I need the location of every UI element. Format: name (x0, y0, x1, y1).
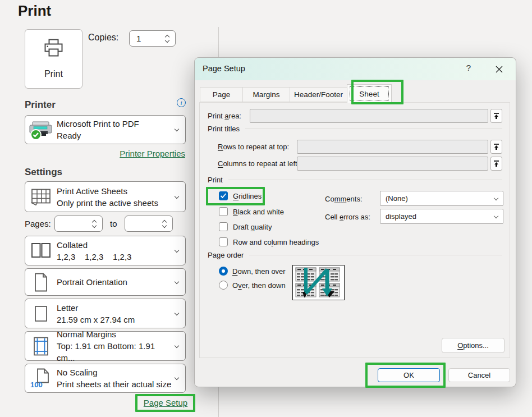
ok-button[interactable]: OK (378, 368, 440, 382)
over-then-down-radio[interactable]: Over, then down (219, 281, 286, 290)
print-what-subtitle: Only print the active sheets (57, 197, 175, 209)
checkbox-icon[interactable] (219, 237, 228, 246)
chevron-down-icon (494, 195, 498, 200)
printer-name: Microsoft Print to PDF (57, 118, 175, 130)
copies-label: Copies: (88, 33, 118, 43)
print-area-input[interactable] (250, 109, 488, 123)
black-and-white-label: Black and white (233, 208, 284, 216)
printer-properties-link[interactable]: Printer Properties (90, 149, 185, 158)
draft-quality-checkbox[interactable]: Draft quality (219, 222, 272, 231)
chevron-down-icon (494, 213, 498, 218)
tab-header-footer[interactable]: Header/Footer (290, 87, 347, 102)
comments-select[interactable]: (None) (380, 191, 503, 206)
page-title: Print (18, 2, 51, 20)
chevron-down-icon (175, 343, 179, 347)
printer-select[interactable]: Microsoft Print to PDF Ready (25, 115, 186, 144)
checkbox-icon[interactable] (219, 222, 228, 231)
print-titles-group: Print titles (208, 124, 502, 133)
spinner-down-icon[interactable] (165, 38, 169, 42)
comments-label: Comments: (325, 195, 363, 203)
draft-quality-label: Draft quality (233, 223, 272, 231)
down-then-over-radio[interactable]: Down, then over (219, 267, 286, 276)
rows-repeat-input[interactable] (297, 140, 488, 154)
close-icon[interactable] (492, 63, 506, 75)
over-then-down-label: Over, then down (232, 281, 286, 290)
spinner-down-icon[interactable] (162, 223, 167, 227)
row-column-headings-checkbox[interactable]: Row and column headings (219, 237, 319, 246)
paper-size-select[interactable]: Letter 21.59 cm x 27.94 cm (25, 299, 186, 328)
radio-icon[interactable] (219, 281, 228, 290)
print-area-label: Print area: (208, 112, 241, 120)
group-separator (249, 255, 502, 255)
margins-select[interactable]: Normal Margins Top: 1.91 cm Bottom: 1.91… (25, 331, 186, 361)
sheet-tab-panel: Print area: Print titles Rows to repeat … (199, 102, 510, 358)
group-separator (245, 129, 502, 129)
black-and-white-checkbox[interactable]: Black and white (219, 207, 284, 216)
chevron-down-icon (175, 248, 179, 252)
svg-text:100: 100 (30, 381, 43, 388)
columns-repeat-input[interactable] (297, 157, 488, 171)
printer-outline-icon (43, 39, 65, 61)
radio-selected-icon[interactable] (219, 267, 228, 276)
scaling-select[interactable]: 100 No Scaling Print sheets at their act… (25, 364, 186, 393)
margins-subtitle: Top: 1.91 cm Bottom: 1.91 cm... (57, 340, 175, 364)
rows-repeat-collapse-button[interactable] (490, 140, 502, 154)
collapse-dialog-icon (493, 112, 499, 120)
page-order-group: Page order (208, 250, 502, 259)
printer-status: Ready (57, 130, 175, 141)
print-what-select[interactable]: Print Active Sheets Only print the activ… (25, 181, 186, 212)
page-order-preview (292, 265, 345, 300)
print-button-label: Print (44, 69, 63, 79)
dialog-title: Page Setup (203, 64, 245, 73)
letter-page-icon (25, 305, 57, 322)
help-icon[interactable]: ? (463, 63, 474, 75)
columns-repeat-label: Columns to repeat at left: (218, 159, 299, 168)
sheets-grid-icon (25, 189, 57, 205)
cell-errors-label: Cell errors as: (325, 213, 370, 221)
columns-repeat-collapse-button[interactable] (490, 157, 502, 171)
comments-value: (None) (380, 194, 494, 203)
collation-subtitle: 1,2,3 1,2,3 1,2,3 (57, 251, 175, 263)
cancel-button[interactable]: Cancel (448, 368, 510, 382)
tab-sheet[interactable]: Sheet (347, 84, 392, 103)
printer-section-title: Printer (25, 99, 56, 111)
orientation-select[interactable]: Portrait Orientation (25, 268, 186, 296)
spinner-down-icon[interactable] (92, 223, 97, 227)
print-group: Print (208, 175, 502, 184)
tab-page[interactable]: Page (200, 87, 243, 102)
copies-value[interactable]: 1 (130, 34, 166, 43)
print-area-collapse-button[interactable] (490, 109, 502, 123)
print-button[interactable]: Print (25, 29, 82, 89)
print-group-label: Print (208, 176, 223, 184)
info-icon[interactable]: i (177, 98, 186, 107)
pages-to-label: to (110, 219, 117, 228)
collation-select[interactable]: Collated 1,2,3 1,2,3 1,2,3 (25, 236, 186, 265)
pages-from-input[interactable] (54, 216, 103, 232)
gridlines-label: Gridlines (233, 192, 262, 200)
print-what-title: Print Active Sheets (57, 185, 175, 197)
collation-title: Collated (57, 239, 175, 251)
checkbox-checked-icon[interactable] (219, 191, 228, 200)
copies-input[interactable]: 1 (129, 30, 176, 47)
pages-to-input[interactable] (125, 216, 173, 232)
page-setup-link[interactable]: Page Setup (141, 398, 190, 407)
options-button[interactable]: Options... (442, 338, 505, 353)
scaling-subtitle: Print sheets at their actual size (57, 378, 175, 390)
paper-size-subtitle: 21.59 cm x 27.94 cm (57, 314, 175, 326)
cell-errors-select[interactable]: displayed (380, 209, 503, 224)
page-order-group-label: Page order (208, 251, 244, 259)
page-setup-dialog: Page Setup ? Page Margins Header/Footer … (194, 57, 516, 387)
group-separator (228, 180, 502, 180)
checkbox-icon[interactable] (219, 207, 228, 216)
gridlines-checkbox[interactable]: Gridlines (219, 191, 262, 200)
tab-margins[interactable]: Margins (242, 87, 290, 102)
chevron-down-icon (175, 127, 179, 131)
print-titles-group-label: Print titles (208, 125, 240, 133)
printer-device-icon (25, 119, 57, 140)
pages-label: Pages: (25, 219, 51, 228)
chevron-down-icon (175, 375, 179, 380)
dialog-titlebar: Page Setup ? (195, 58, 516, 80)
collated-icon (25, 242, 57, 259)
cell-errors-value: displayed (380, 212, 494, 221)
chevron-down-icon (175, 194, 179, 198)
